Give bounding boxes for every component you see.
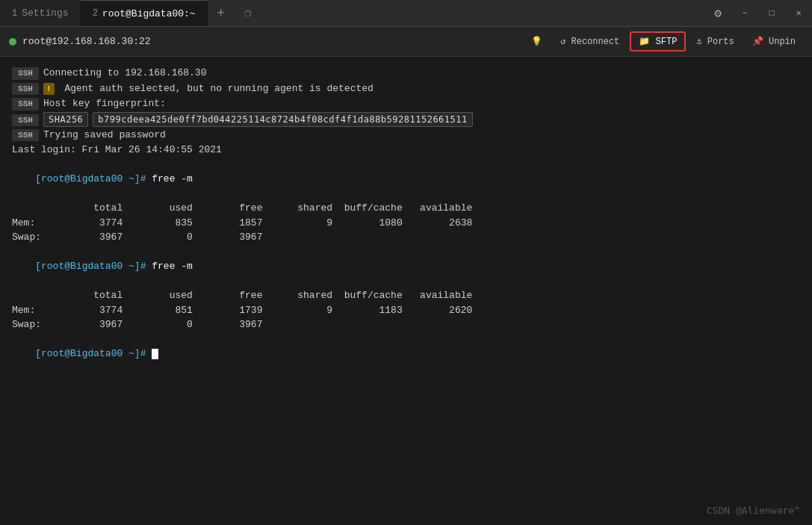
cmd2-text: free -m xyxy=(152,261,193,272)
ssh-line-1: SSH Connecting to 192.168.168.30 xyxy=(12,66,800,81)
ports-button[interactable]: ⚓ Ports xyxy=(689,33,741,50)
ssh-line-5: SSH Trying saved password xyxy=(12,128,800,143)
table1-mem: Mem: 3774 835 1857 9 1080 2638 xyxy=(12,216,800,231)
ssh-badge-1: SSH xyxy=(12,67,39,80)
ssh-line-2: SSH ! Agent auth selected, but no runnin… xyxy=(12,81,800,96)
ssh-line-4: SSH SHA256 b799cdeea425de0ff7bd044225114… xyxy=(12,112,800,127)
tab2-number: 2 xyxy=(93,8,98,19)
tab2-label: root@Bigdata00:~ xyxy=(102,8,196,19)
watermark: CSDN @Alienware^ xyxy=(707,505,800,516)
table2-swap: Swap: 3967 0 3967 xyxy=(12,317,800,332)
cmd3-prompt: [root@Bigdata00 ~]# xyxy=(35,348,152,359)
table2-mem: Mem: 3774 851 1739 9 1183 2620 xyxy=(12,303,800,318)
maximize-button[interactable]: □ xyxy=(758,0,785,27)
sftp-button[interactable]: 📁 SFTP xyxy=(630,31,686,52)
table1-swap: Swap: 3967 0 3967 xyxy=(12,230,800,245)
tab1-number: 1 xyxy=(12,8,17,19)
cmd2-prompt: [root@Bigdata00 ~]# xyxy=(35,261,152,272)
sha256-hash: b799cdeea425de0ff7bd044225114c8724b4f08c… xyxy=(93,112,472,127)
cmd3-line: [root@Bigdata00 ~]# xyxy=(12,332,800,376)
ssh-badge-3: SSH xyxy=(12,98,39,111)
unpin-button[interactable]: 📌 Unpin xyxy=(745,33,803,50)
table2-header: total used free shared buff/cache availa… xyxy=(12,288,800,303)
ssh-line-1-text: Connecting to 192.168.168.30 xyxy=(43,66,206,81)
cursor xyxy=(152,349,158,359)
connection-bar: root@192.168.168.30:22 💡 ↺ Reconnect 📁 S… xyxy=(0,27,812,57)
connection-status-dot xyxy=(9,38,16,46)
table1-header: total used free shared buff/cache availa… xyxy=(12,201,800,216)
tab-settings[interactable]: 1 Settings xyxy=(0,0,81,26)
ssh-line-3: SSH Host key fingerprint: xyxy=(12,96,800,111)
conn-actions: 💡 ↺ Reconnect 📁 SFTP ⚓ Ports 📌 Unpin xyxy=(524,31,803,52)
tab-root-bigdata[interactable]: 2 root@Bigdata00:~ xyxy=(81,0,208,26)
ssh-line-5-text: Trying saved password xyxy=(43,128,166,143)
ssh-badge-4: SSH xyxy=(12,114,39,127)
close-button[interactable]: ✕ xyxy=(785,0,812,27)
cmd1-line: [root@Bigdata00 ~]# free -m xyxy=(12,158,800,202)
cmd1-text: free -m xyxy=(152,173,193,184)
minimize-button[interactable]: – xyxy=(731,0,758,27)
terminal-area[interactable]: SSH Connecting to 192.168.168.30 SSH ! A… xyxy=(0,57,812,525)
ssh-badge-2: SSH xyxy=(12,83,39,96)
add-tab-button[interactable]: + xyxy=(208,0,235,26)
cmd1-prompt: [root@Bigdata00 ~]# xyxy=(35,173,152,184)
cmd2-line: [root@Bigdata00 ~]# free -m xyxy=(12,245,800,289)
tab1-label: Settings xyxy=(22,7,68,19)
reconnect-button[interactable]: ↺ Reconnect xyxy=(553,33,627,50)
warn-badge: ! xyxy=(43,83,55,96)
ssh-line-3-text: Host key fingerprint: xyxy=(43,96,166,111)
restore-tab-button[interactable]: ❐ xyxy=(235,0,261,26)
ssh-line-2-text: Agent auth selected, but no running agen… xyxy=(59,81,374,96)
settings-gear-icon[interactable]: ⚙ xyxy=(704,0,731,27)
lightbulb-button[interactable]: 💡 xyxy=(524,33,550,50)
login-line: Last login: Fri Mar 26 14:40:55 2021 xyxy=(12,143,800,158)
ssh-badge-5: SSH xyxy=(12,129,39,142)
title-bar: 1 Settings 2 root@Bigdata00:~ + ❐ ⚙ – □ … xyxy=(0,0,812,27)
connection-host: root@192.168.168.30:22 xyxy=(22,36,151,47)
sha256-badge: SHA256 xyxy=(43,112,88,127)
